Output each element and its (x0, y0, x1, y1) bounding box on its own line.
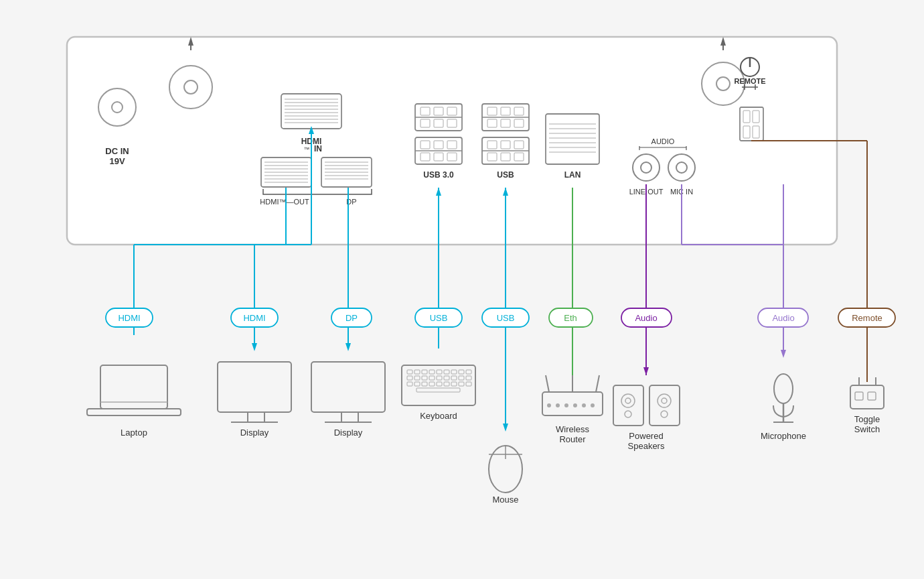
badge-audio-mic: Audio (772, 313, 794, 323)
svg-rect-170 (416, 388, 460, 392)
svg-line-178 (596, 375, 599, 392)
connection-diagram: DC IN 19V HDMI ™ IN (0, 0, 924, 579)
svg-rect-134 (218, 362, 291, 412)
svg-rect-197 (855, 392, 863, 400)
remote-label: REMOTE (734, 77, 765, 85)
badge-hdmi-laptop: HDMI (118, 313, 140, 323)
svg-line-176 (546, 375, 549, 392)
laptop-icon: Laptop (87, 365, 181, 438)
speakers-label-line1: Powered (629, 431, 663, 441)
svg-rect-163 (422, 382, 427, 386)
svg-point-192 (661, 411, 668, 417)
svg-point-191 (662, 398, 667, 403)
usb-label: USB (497, 170, 514, 180)
svg-point-180 (556, 403, 560, 407)
badge-usb-mouse: USB (497, 313, 515, 323)
svg-rect-160 (466, 376, 471, 380)
display1-icon: Display (218, 362, 291, 438)
badge-remote: Remote (852, 313, 882, 323)
audio-label-header: AUDIO (651, 137, 675, 145)
svg-rect-150 (459, 370, 464, 374)
svg-point-188 (625, 411, 631, 417)
svg-rect-151 (466, 370, 471, 374)
svg-rect-133 (87, 409, 181, 415)
display2-label: Display (334, 428, 363, 438)
speakers-icon: Powered Speakers (613, 385, 680, 451)
badge-hdmi-display: HDMI (243, 313, 265, 323)
keyboard-icon: Keyboard (402, 365, 475, 421)
mouse-label: Mouse (492, 495, 518, 505)
svg-rect-145 (422, 370, 427, 374)
svg-point-190 (658, 394, 671, 407)
svg-rect-144 (414, 370, 420, 374)
svg-rect-147 (437, 370, 442, 374)
svg-point-187 (625, 398, 631, 403)
svg-marker-109 (503, 424, 508, 432)
hdmi-out-label: HDMI™—OUT (260, 198, 309, 206)
svg-rect-162 (414, 382, 420, 386)
display2-icon: Display (311, 362, 385, 438)
svg-rect-146 (429, 370, 435, 374)
router-label-line2: Router (559, 434, 586, 444)
mouse-icon: Mouse (489, 446, 522, 505)
svg-rect-185 (613, 385, 643, 426)
svg-rect-143 (407, 370, 412, 374)
svg-point-179 (547, 403, 551, 407)
svg-rect-156 (437, 376, 442, 380)
svg-marker-99 (252, 343, 257, 351)
svg-rect-138 (311, 362, 385, 412)
svg-rect-168 (459, 382, 464, 386)
svg-rect-152 (407, 376, 412, 380)
svg-rect-148 (444, 370, 449, 374)
svg-rect-161 (407, 382, 412, 386)
svg-rect-155 (429, 376, 435, 380)
badge-eth: Eth (564, 313, 577, 323)
svg-point-186 (621, 394, 635, 407)
badge-audio-speakers: Audio (635, 313, 657, 323)
svg-rect-158 (451, 376, 457, 380)
svg-marker-102 (345, 343, 351, 351)
hdmi-in-suffix: IN (314, 144, 322, 153)
dc-in-label: DC IN (105, 146, 129, 156)
svg-point-182 (573, 403, 577, 407)
svg-rect-159 (459, 376, 464, 380)
svg-marker-112 (643, 367, 649, 375)
svg-rect-154 (422, 376, 427, 380)
microphone-icon: Microphone (761, 374, 806, 441)
dc-in-voltage: 19V (109, 156, 125, 166)
microphone-label: Microphone (761, 431, 806, 441)
svg-rect-165 (437, 382, 442, 386)
svg-rect-166 (444, 382, 449, 386)
lan-label: LAN (564, 170, 581, 180)
svg-rect-167 (451, 382, 457, 386)
svg-rect-198 (868, 392, 876, 400)
svg-point-184 (591, 403, 595, 407)
display1-label: Display (240, 428, 269, 438)
router-label-line1: Wireless (556, 424, 589, 434)
toggle-label-line1: Toggle (854, 414, 880, 424)
svg-point-193 (774, 374, 793, 403)
svg-rect-169 (466, 382, 471, 386)
svg-marker-117 (781, 350, 786, 358)
toggle-switch-icon: Toggle Switch (850, 377, 884, 434)
svg-rect-153 (414, 376, 420, 380)
laptop-label: Laptop (121, 428, 147, 438)
hdmi-in-tm: ™ (304, 146, 310, 153)
keyboard-label: Keyboard (420, 411, 457, 421)
badge-usb-keyboard: USB (430, 313, 448, 323)
svg-rect-164 (429, 382, 435, 386)
badge-dp: DP (345, 313, 358, 323)
toggle-label-line2: Switch (854, 424, 880, 434)
svg-point-183 (582, 403, 586, 407)
svg-rect-189 (649, 385, 680, 426)
svg-point-181 (564, 403, 568, 407)
usb30-label: USB 3.0 (423, 170, 454, 180)
svg-rect-149 (451, 370, 457, 374)
speakers-label-line2: Speakers (628, 441, 665, 451)
router-icon: Wireless Router (542, 375, 603, 444)
svg-rect-157 (444, 376, 449, 380)
